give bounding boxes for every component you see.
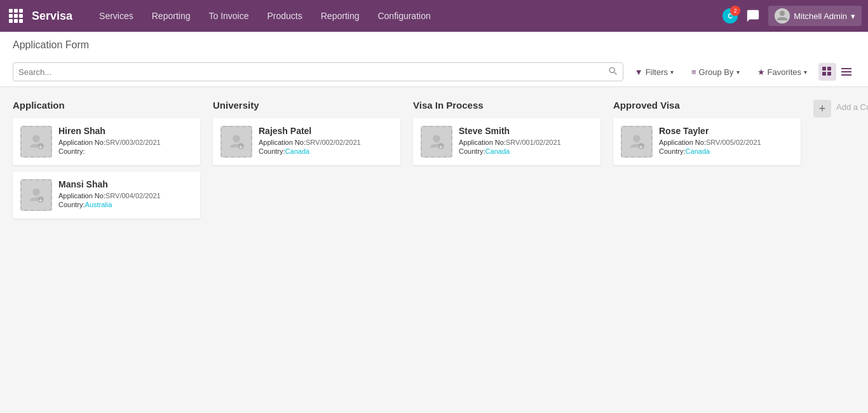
card-info: Hiren ShahApplication No:SRV/003/02/2021…	[58, 126, 193, 156]
nav-item-reporting2[interactable]: Reporting	[313, 7, 367, 25]
card-country: Country:Australia	[58, 201, 193, 208]
svg-rect-7	[841, 74, 851, 76]
group-by-icon: ≡	[691, 67, 696, 77]
kanban-card[interactable]: +Rose TaylerApplication No:SRV/005/02/20…	[613, 118, 801, 165]
kanban-card[interactable]: +Rajesh PatelApplication No:SRV/002/02/2…	[213, 118, 400, 165]
svg-point-20	[633, 135, 641, 143]
add-column-button[interactable]: +	[813, 100, 831, 118]
card-avatar: +	[621, 126, 653, 158]
card-avatar: +	[20, 179, 52, 211]
svg-rect-6	[841, 71, 851, 72]
user-menu[interactable]: Mitchell Admin ▾	[768, 6, 862, 26]
card-app-no: Application No:SRV/001/02/2021	[459, 139, 593, 146]
svg-rect-4	[827, 72, 831, 76]
svg-text:+: +	[439, 142, 444, 151]
add-column-label: Add a Column	[836, 100, 868, 112]
favorites-button[interactable]: ★ Favorites ▾	[751, 65, 813, 79]
svg-text:+: +	[239, 142, 243, 151]
column-header-university: University	[213, 100, 400, 111]
group-by-chevron: ▾	[736, 69, 740, 76]
kanban-area: Application+Hiren ShahApplication No:SRV…	[0, 87, 868, 408]
card-app-no: Application No:SRV/005/02/2021	[659, 139, 793, 146]
filters-label: Filters	[646, 67, 668, 77]
kanban-column-visa-in-process: Visa In Process+Steve SmithApplication N…	[413, 100, 600, 395]
svg-rect-1	[822, 67, 826, 71]
svg-point-14	[233, 135, 240, 143]
svg-point-0	[780, 11, 785, 16]
nav-item-products[interactable]: Products	[260, 7, 310, 25]
nav-item-services[interactable]: Services	[92, 7, 141, 25]
column-header-application: Application	[13, 100, 200, 111]
svg-text:+: +	[639, 142, 644, 151]
topbar-right: C 2 Mitchell Admin ▾	[722, 6, 862, 26]
svg-text:+: +	[39, 142, 43, 151]
card-country: Country:	[58, 147, 193, 155]
kanban-view-button[interactable]	[818, 63, 836, 81]
svg-text:+: +	[39, 196, 43, 204]
nav-menu: Services Reporting To Invoice Products R…	[92, 7, 722, 25]
card-app-no: Application No:SRV/004/02/2021	[58, 192, 193, 200]
card-avatar: +	[421, 126, 452, 158]
kanban-card[interactable]: +Mansi ShahApplication No:SRV/004/02/202…	[13, 172, 200, 219]
user-avatar	[775, 8, 790, 24]
chat-icon[interactable]	[744, 7, 762, 25]
nav-item-configuration[interactable]: Configuration	[370, 7, 438, 25]
list-view-button[interactable]	[837, 63, 855, 81]
nav-item-reporting[interactable]: Reporting	[144, 7, 198, 25]
filters-button[interactable]: ▼ Filters ▾	[628, 65, 680, 79]
kanban-column-approved-visa: Approved Visa+Rose TaylerApplication No:…	[613, 100, 801, 395]
card-avatar: +	[20, 126, 52, 158]
column-header-visa-in-process: Visa In Process	[413, 100, 600, 111]
kanban-column-university: University+Rajesh PatelApplication No:SR…	[213, 100, 400, 395]
card-avatar: +	[220, 126, 252, 158]
favorites-chevron: ▾	[804, 69, 807, 76]
search-input[interactable]	[18, 67, 607, 77]
star-icon: ★	[757, 67, 765, 77]
view-toggle	[818, 63, 855, 81]
kanban-card[interactable]: +Steve SmithApplication No:SRV/001/02/20…	[413, 118, 600, 165]
card-app-no: Application No:SRV/002/02/2021	[259, 139, 393, 146]
filter-icon: ▼	[635, 67, 643, 77]
app-name: Servisa	[32, 10, 72, 23]
card-country: Country:Canada	[659, 147, 793, 155]
svg-point-17	[433, 135, 440, 143]
badge-count: 2	[730, 6, 740, 16]
user-name: Mitchell Admin	[794, 11, 847, 21]
group-by-label: Group By	[699, 67, 734, 77]
card-info: Mansi ShahApplication No:SRV/004/02/2021…	[58, 179, 193, 210]
topbar: Servisa Services Reporting To Invoice Pr…	[0, 0, 868, 32]
header-bar: Application Form ▼ Filters ▾ ≡ Group By …	[0, 32, 868, 87]
card-info: Rose TaylerApplication No:SRV/005/02/202…	[659, 126, 793, 156]
add-column: + Add a Column	[813, 100, 868, 395]
svg-rect-5	[841, 68, 851, 69]
card-country: Country:Canada	[259, 147, 393, 155]
kanban-card[interactable]: +Hiren ShahApplication No:SRV/003/02/202…	[13, 118, 200, 165]
card-name: Hiren Shah	[58, 126, 193, 136]
card-name: Rajesh Patel	[259, 126, 393, 136]
svg-point-11	[32, 189, 40, 196]
toolbar: ▼ Filters ▾ ≡ Group By ▾ ★ Favorites ▾	[13, 57, 855, 86]
notification-badge[interactable]: C 2	[722, 8, 738, 24]
group-by-button[interactable]: ≡ Group By ▾	[685, 65, 746, 79]
grid-icon[interactable]	[6, 6, 25, 25]
kanban-column-application: Application+Hiren ShahApplication No:SRV…	[13, 100, 200, 395]
breadcrumb: Application Form	[13, 39, 855, 51]
svg-rect-2	[827, 67, 831, 71]
card-name: Steve Smith	[459, 126, 593, 136]
user-dropdown-icon: ▾	[851, 11, 855, 21]
column-header-approved-visa: Approved Visa	[613, 100, 801, 111]
card-name: Mansi Shah	[58, 179, 193, 189]
svg-rect-3	[822, 72, 826, 76]
nav-item-to-invoice[interactable]: To Invoice	[201, 7, 256, 25]
card-app-no: Application No:SRV/003/02/2021	[58, 139, 193, 146]
card-name: Rose Tayler	[659, 126, 793, 136]
card-info: Rajesh PatelApplication No:SRV/002/02/20…	[259, 126, 393, 156]
svg-point-8	[32, 135, 40, 143]
card-country: Country:Canada	[459, 147, 593, 155]
search-container	[13, 62, 623, 81]
search-icon[interactable]	[607, 65, 618, 78]
card-info: Steve SmithApplication No:SRV/001/02/202…	[459, 126, 593, 156]
favorites-label: Favorites	[768, 67, 801, 77]
filters-chevron: ▾	[670, 69, 674, 76]
